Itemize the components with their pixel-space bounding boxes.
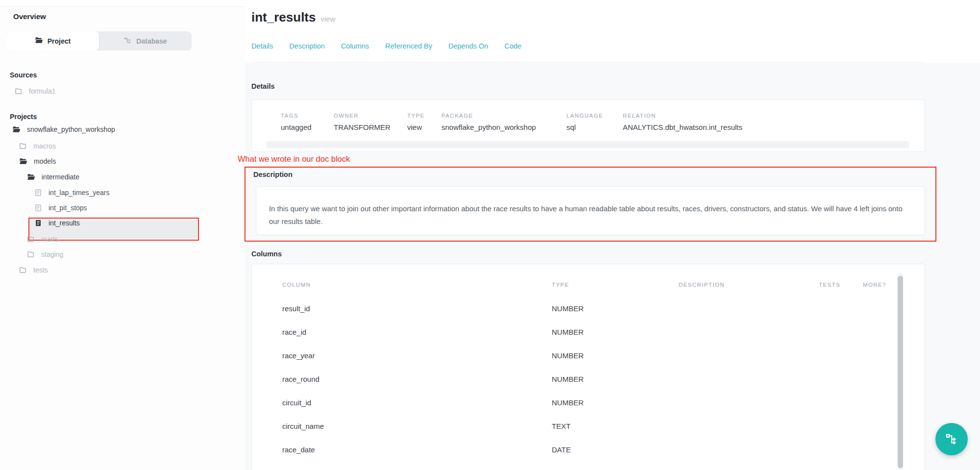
sources-section-label: Sources: [10, 71, 37, 79]
folder-icon: [15, 87, 23, 95]
details-field-language: LANGUAGE sql: [566, 113, 603, 131]
details-field-type: TYPE view: [407, 113, 425, 131]
folder-open-icon: [12, 125, 21, 134]
field-value: untagged: [281, 123, 312, 131]
sidebar-title: Overview: [13, 12, 46, 21]
tab-columns[interactable]: Columns: [341, 42, 369, 50]
tree-item-int_results[interactable]: int_results: [34, 216, 80, 230]
source-item-label: formula1: [29, 87, 55, 95]
toggle-database-label: Database: [136, 37, 167, 45]
column-header-tests: TESTS: [819, 282, 840, 288]
field-label: OWNER: [334, 113, 391, 119]
details-field-relation: RELATION ANALYTICS.dbt_hwatson.int_resul…: [623, 113, 742, 131]
cell-column-name: circuit_name: [282, 422, 552, 430]
cell-column-type: NUMBER: [552, 328, 584, 336]
view-toggle: Project Database: [6, 31, 192, 50]
source-item-formula1[interactable]: formula1: [15, 84, 55, 99]
cell-column-type: DATE: [552, 445, 571, 454]
document-icon: [34, 204, 42, 212]
table-row-race_time[interactable]: race_time TIME: [252, 461, 925, 470]
tree-item-macros[interactable]: macros: [19, 139, 56, 153]
toggle-project-label: Project: [48, 37, 71, 45]
columns-table-body: result_id NUMBER race_id NUMBER race_yea…: [252, 297, 925, 470]
folder-icon: [27, 235, 35, 243]
tree-item-label: macros: [33, 142, 56, 150]
tree-item-label: tests: [33, 266, 48, 274]
folder-icon: [19, 266, 27, 274]
details-card: TAGS untagged OWNER TRANSFORMER TYPE vie…: [251, 99, 925, 152]
cell-column-name: circuit_id: [282, 398, 552, 407]
column-header-column: COLUMN: [282, 282, 311, 288]
model-name: int_results: [251, 10, 316, 25]
tab-description[interactable]: Description: [289, 42, 325, 50]
field-value: TRANSFORMER: [334, 123, 391, 131]
tree-item-staging[interactable]: staging: [27, 247, 63, 262]
collapsed-stats-strip: [267, 141, 909, 148]
table-row-race_date[interactable]: race_date DATE: [252, 438, 925, 461]
materialization-badge: view: [321, 15, 336, 23]
tree-item-label: int_pit_stops: [49, 204, 87, 212]
cell-column-name: race_round: [282, 375, 552, 383]
cell-column-name: race_year: [282, 351, 552, 360]
field-label: TAGS: [281, 113, 312, 119]
tree-item-int_pit_stops[interactable]: int_pit_stops: [34, 200, 87, 215]
header-divider: [251, 62, 925, 63]
tree-item-intermediate[interactable]: intermediate: [27, 170, 79, 184]
table-scrollbar-track: [897, 273, 903, 470]
description-text: In this query we want to join out other …: [269, 202, 913, 228]
tree-item-label: int_results: [49, 219, 80, 227]
field-label: TYPE: [407, 113, 425, 119]
description-card: In this query we want to join out other …: [256, 186, 925, 235]
cell-column-name: result_id: [282, 304, 552, 313]
field-label: PACKAGE: [441, 113, 536, 119]
cell-column-type: NUMBER: [552, 375, 584, 383]
table-row-circuit_id[interactable]: circuit_id NUMBER: [252, 391, 925, 414]
column-header-type: TYPE: [552, 282, 569, 288]
cell-column-type: NUMBER: [552, 398, 584, 407]
tab-referenced-by[interactable]: Referenced By: [385, 42, 432, 50]
table-row-circuit_name[interactable]: circuit_name TEXT: [252, 414, 925, 438]
tree-item-tests[interactable]: tests: [19, 263, 48, 277]
lineage-graph-button[interactable]: [935, 423, 968, 455]
page-title: int_resultsview: [251, 10, 336, 25]
dbt-docs-app: Overview Project Database Sources formul…: [0, 0, 980, 470]
folder-open-icon: [27, 173, 35, 181]
details-field-package: PACKAGE snowflake_python_workshop: [441, 113, 536, 131]
table-row-race_id[interactable]: race_id NUMBER: [252, 320, 925, 344]
field-label: RELATION: [623, 113, 742, 119]
toggle-database-button[interactable]: Database: [99, 31, 192, 50]
details-section-heading: Details: [251, 82, 275, 90]
tree-item-label: staging: [41, 250, 63, 258]
tree-item-snowflake_python_workshop[interactable]: snowflake_python_workshop: [12, 122, 115, 137]
columns-card: COLUMN TYPE DESCRIPTION TESTS MORE? resu…: [251, 264, 925, 470]
sidebar: Overview Project Database Sources formul…: [0, 6, 245, 470]
tab-code[interactable]: Code: [504, 42, 521, 50]
toggle-project-button[interactable]: Project: [6, 31, 99, 50]
cell-column-name: race_id: [282, 328, 552, 336]
folder-open-icon: [35, 36, 43, 46]
field-label: LANGUAGE: [566, 113, 603, 119]
tree-item-int_lap_times_years[interactable]: int_lap_times_years: [34, 185, 110, 200]
doc-block-annotation: What we wrote in our doc block: [238, 154, 350, 164]
tree-item-models[interactable]: models: [19, 154, 56, 169]
tree-item-marts[interactable]: marts: [27, 232, 58, 247]
document-icon: [34, 189, 42, 197]
tree-item-label: marts: [41, 235, 58, 243]
table-row-result_id[interactable]: result_id NUMBER: [252, 297, 925, 320]
document-filled-icon: [34, 219, 42, 227]
details-field-owner: OWNER TRANSFORMER: [334, 113, 391, 131]
field-value: ANALYTICS.dbt_hwatson.int_results: [623, 123, 742, 131]
column-header-description: DESCRIPTION: [679, 282, 725, 288]
tab-depends-on[interactable]: Depends On: [448, 42, 488, 50]
field-value: view: [407, 123, 425, 131]
details-field-tags: TAGS untagged: [281, 113, 312, 131]
description-section-heading: Description: [253, 171, 293, 178]
table-scrollbar-thumb[interactable]: [898, 276, 903, 468]
tab-details[interactable]: Details: [251, 42, 273, 50]
cell-column-type: TEXT: [552, 422, 570, 430]
table-row-race_round[interactable]: race_round NUMBER: [252, 367, 925, 391]
cell-column-name: race_date: [282, 445, 552, 454]
tree-item-label: snowflake_python_workshop: [27, 125, 115, 133]
folder-icon: [27, 250, 35, 258]
table-row-race_year[interactable]: race_year NUMBER: [252, 344, 925, 367]
